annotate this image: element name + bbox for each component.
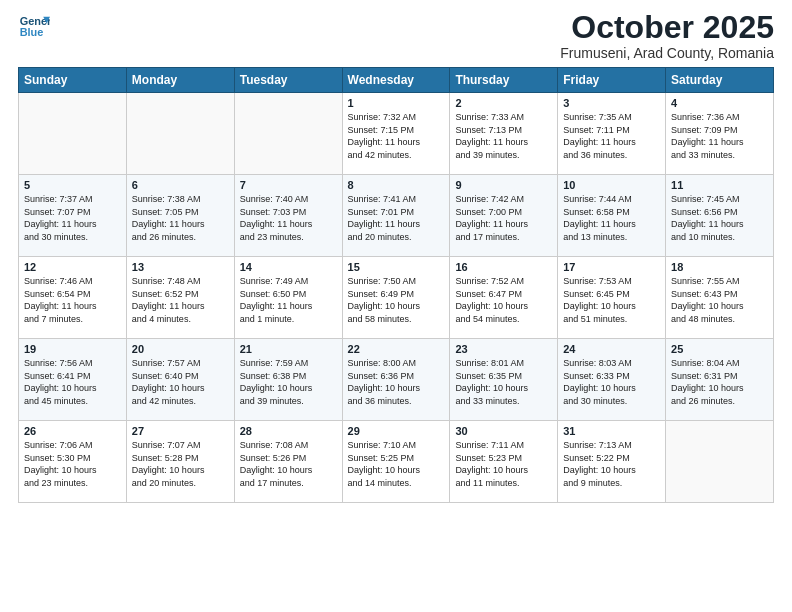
day-info: Sunrise: 7:41 AM Sunset: 7:01 PM Dayligh…: [348, 193, 445, 243]
day-number: 31: [563, 425, 660, 437]
calendar-week-2: 5Sunrise: 7:37 AM Sunset: 7:07 PM Daylig…: [19, 175, 774, 257]
calendar-cell: 8Sunrise: 7:41 AM Sunset: 7:01 PM Daylig…: [342, 175, 450, 257]
day-number: 2: [455, 97, 552, 109]
day-info: Sunrise: 7:11 AM Sunset: 5:23 PM Dayligh…: [455, 439, 552, 489]
day-info: Sunrise: 8:04 AM Sunset: 6:31 PM Dayligh…: [671, 357, 768, 407]
day-info: Sunrise: 7:36 AM Sunset: 7:09 PM Dayligh…: [671, 111, 768, 161]
header-sunday: Sunday: [19, 68, 127, 93]
calendar-cell: 9Sunrise: 7:42 AM Sunset: 7:00 PM Daylig…: [450, 175, 558, 257]
calendar-cell: 27Sunrise: 7:07 AM Sunset: 5:28 PM Dayli…: [126, 421, 234, 503]
day-info: Sunrise: 7:33 AM Sunset: 7:13 PM Dayligh…: [455, 111, 552, 161]
day-info: Sunrise: 7:44 AM Sunset: 6:58 PM Dayligh…: [563, 193, 660, 243]
day-number: 30: [455, 425, 552, 437]
day-info: Sunrise: 7:52 AM Sunset: 6:47 PM Dayligh…: [455, 275, 552, 325]
day-number: 11: [671, 179, 768, 191]
day-number: 26: [24, 425, 121, 437]
day-info: Sunrise: 7:48 AM Sunset: 6:52 PM Dayligh…: [132, 275, 229, 325]
calendar-cell: [126, 93, 234, 175]
day-number: 27: [132, 425, 229, 437]
day-number: 1: [348, 97, 445, 109]
day-number: 20: [132, 343, 229, 355]
calendar-cell: 30Sunrise: 7:11 AM Sunset: 5:23 PM Dayli…: [450, 421, 558, 503]
day-number: 13: [132, 261, 229, 273]
calendar-cell: 31Sunrise: 7:13 AM Sunset: 5:22 PM Dayli…: [558, 421, 666, 503]
calendar-cell: 17Sunrise: 7:53 AM Sunset: 6:45 PM Dayli…: [558, 257, 666, 339]
day-number: 14: [240, 261, 337, 273]
day-number: 5: [24, 179, 121, 191]
day-info: Sunrise: 7:50 AM Sunset: 6:49 PM Dayligh…: [348, 275, 445, 325]
day-number: 8: [348, 179, 445, 191]
header-tuesday: Tuesday: [234, 68, 342, 93]
day-info: Sunrise: 7:53 AM Sunset: 6:45 PM Dayligh…: [563, 275, 660, 325]
calendar-cell: 18Sunrise: 7:55 AM Sunset: 6:43 PM Dayli…: [666, 257, 774, 339]
calendar-cell: 21Sunrise: 7:59 AM Sunset: 6:38 PM Dayli…: [234, 339, 342, 421]
day-number: 4: [671, 97, 768, 109]
calendar-cell: 19Sunrise: 7:56 AM Sunset: 6:41 PM Dayli…: [19, 339, 127, 421]
day-number: 16: [455, 261, 552, 273]
calendar-cell: 22Sunrise: 8:00 AM Sunset: 6:36 PM Dayli…: [342, 339, 450, 421]
day-number: 15: [348, 261, 445, 273]
svg-text:Blue: Blue: [20, 26, 44, 38]
calendar-cell: 23Sunrise: 8:01 AM Sunset: 6:35 PM Dayli…: [450, 339, 558, 421]
calendar-cell: 20Sunrise: 7:57 AM Sunset: 6:40 PM Dayli…: [126, 339, 234, 421]
calendar-cell: 25Sunrise: 8:04 AM Sunset: 6:31 PM Dayli…: [666, 339, 774, 421]
day-number: 12: [24, 261, 121, 273]
day-info: Sunrise: 7:32 AM Sunset: 7:15 PM Dayligh…: [348, 111, 445, 161]
calendar-week-5: 26Sunrise: 7:06 AM Sunset: 5:30 PM Dayli…: [19, 421, 774, 503]
header-monday: Monday: [126, 68, 234, 93]
calendar-week-4: 19Sunrise: 7:56 AM Sunset: 6:41 PM Dayli…: [19, 339, 774, 421]
day-info: Sunrise: 7:57 AM Sunset: 6:40 PM Dayligh…: [132, 357, 229, 407]
calendar-cell: 5Sunrise: 7:37 AM Sunset: 7:07 PM Daylig…: [19, 175, 127, 257]
calendar-cell: 26Sunrise: 7:06 AM Sunset: 5:30 PM Dayli…: [19, 421, 127, 503]
day-number: 28: [240, 425, 337, 437]
calendar-cell: 24Sunrise: 8:03 AM Sunset: 6:33 PM Dayli…: [558, 339, 666, 421]
day-info: Sunrise: 7:06 AM Sunset: 5:30 PM Dayligh…: [24, 439, 121, 489]
day-number: 19: [24, 343, 121, 355]
calendar-cell: 13Sunrise: 7:48 AM Sunset: 6:52 PM Dayli…: [126, 257, 234, 339]
day-info: Sunrise: 7:55 AM Sunset: 6:43 PM Dayligh…: [671, 275, 768, 325]
calendar-cell: 29Sunrise: 7:10 AM Sunset: 5:25 PM Dayli…: [342, 421, 450, 503]
calendar-cell: [234, 93, 342, 175]
day-number: 9: [455, 179, 552, 191]
calendar-cell: [19, 93, 127, 175]
calendar-cell: [666, 421, 774, 503]
calendar-cell: 4Sunrise: 7:36 AM Sunset: 7:09 PM Daylig…: [666, 93, 774, 175]
calendar-cell: 12Sunrise: 7:46 AM Sunset: 6:54 PM Dayli…: [19, 257, 127, 339]
day-info: Sunrise: 8:00 AM Sunset: 6:36 PM Dayligh…: [348, 357, 445, 407]
calendar-cell: 28Sunrise: 7:08 AM Sunset: 5:26 PM Dayli…: [234, 421, 342, 503]
calendar-cell: 11Sunrise: 7:45 AM Sunset: 6:56 PM Dayli…: [666, 175, 774, 257]
calendar-cell: 16Sunrise: 7:52 AM Sunset: 6:47 PM Dayli…: [450, 257, 558, 339]
header-wednesday: Wednesday: [342, 68, 450, 93]
calendar-cell: 1Sunrise: 7:32 AM Sunset: 7:15 PM Daylig…: [342, 93, 450, 175]
location-title: Frumuseni, Arad County, Romania: [560, 45, 774, 61]
logo-icon: General Blue: [18, 10, 50, 42]
day-number: 18: [671, 261, 768, 273]
month-title: October 2025: [560, 10, 774, 45]
day-number: 23: [455, 343, 552, 355]
day-info: Sunrise: 7:37 AM Sunset: 7:07 PM Dayligh…: [24, 193, 121, 243]
day-number: 22: [348, 343, 445, 355]
day-number: 29: [348, 425, 445, 437]
day-info: Sunrise: 7:07 AM Sunset: 5:28 PM Dayligh…: [132, 439, 229, 489]
calendar-header-row: Sunday Monday Tuesday Wednesday Thursday…: [19, 68, 774, 93]
header: General Blue October 2025 Frumuseni, Ara…: [18, 10, 774, 61]
calendar-cell: 15Sunrise: 7:50 AM Sunset: 6:49 PM Dayli…: [342, 257, 450, 339]
day-number: 21: [240, 343, 337, 355]
day-number: 3: [563, 97, 660, 109]
day-info: Sunrise: 7:08 AM Sunset: 5:26 PM Dayligh…: [240, 439, 337, 489]
day-info: Sunrise: 7:38 AM Sunset: 7:05 PM Dayligh…: [132, 193, 229, 243]
logo: General Blue: [18, 10, 50, 42]
day-info: Sunrise: 8:01 AM Sunset: 6:35 PM Dayligh…: [455, 357, 552, 407]
calendar-table: Sunday Monday Tuesday Wednesday Thursday…: [18, 67, 774, 503]
day-info: Sunrise: 7:46 AM Sunset: 6:54 PM Dayligh…: [24, 275, 121, 325]
calendar-cell: 7Sunrise: 7:40 AM Sunset: 7:03 PM Daylig…: [234, 175, 342, 257]
header-thursday: Thursday: [450, 68, 558, 93]
day-info: Sunrise: 7:59 AM Sunset: 6:38 PM Dayligh…: [240, 357, 337, 407]
title-block: October 2025 Frumuseni, Arad County, Rom…: [560, 10, 774, 61]
day-number: 24: [563, 343, 660, 355]
day-number: 7: [240, 179, 337, 191]
calendar-cell: 2Sunrise: 7:33 AM Sunset: 7:13 PM Daylig…: [450, 93, 558, 175]
day-info: Sunrise: 7:42 AM Sunset: 7:00 PM Dayligh…: [455, 193, 552, 243]
calendar-week-1: 1Sunrise: 7:32 AM Sunset: 7:15 PM Daylig…: [19, 93, 774, 175]
day-info: Sunrise: 7:10 AM Sunset: 5:25 PM Dayligh…: [348, 439, 445, 489]
